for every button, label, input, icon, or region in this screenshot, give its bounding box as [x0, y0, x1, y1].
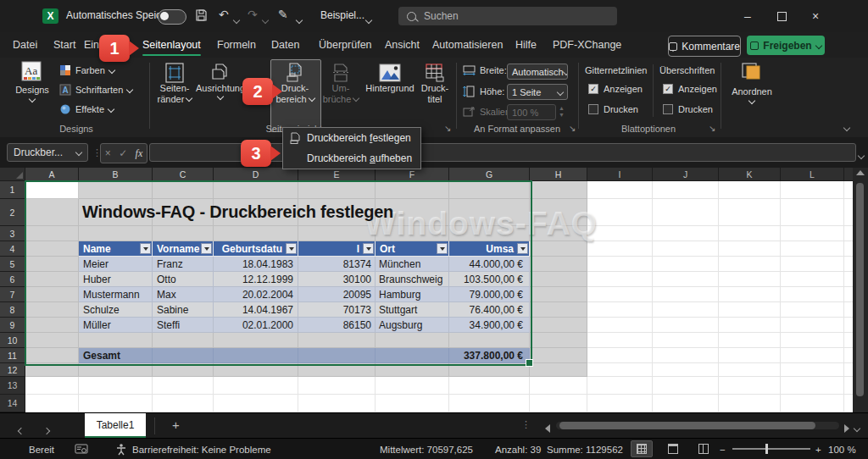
- cell-B1[interactable]: [79, 181, 153, 199]
- arrange-button[interactable]: Anordnen: [727, 61, 776, 103]
- column-header-I[interactable]: I: [587, 168, 653, 181]
- cell-I8[interactable]: [587, 302, 653, 318]
- cell-I6[interactable]: [587, 272, 653, 287]
- cell-J6[interactable]: [653, 272, 719, 287]
- prev-sheet-icon[interactable]: [19, 423, 24, 439]
- cell-A3[interactable]: [25, 226, 79, 241]
- cell-I10[interactable]: [587, 333, 653, 348]
- cell-I12[interactable]: [587, 363, 653, 377]
- column-header-L[interactable]: L: [781, 168, 844, 181]
- filter-dropdown-icon[interactable]: [517, 243, 528, 254]
- splitter-dots[interactable]: ⋮: [521, 419, 531, 430]
- next-sheet-icon[interactable]: [44, 423, 49, 439]
- cell-K5[interactable]: [719, 257, 781, 272]
- cell-F6[interactable]: Braunschweig: [376, 272, 449, 287]
- cell-H12[interactable]: [530, 363, 587, 377]
- cell-E9[interactable]: 86150: [298, 318, 376, 333]
- cell-B3[interactable]: [79, 226, 153, 241]
- theme-colors-button[interactable]: Farben: [59, 64, 114, 76]
- cell-D13[interactable]: [214, 377, 298, 395]
- column-header-D[interactable]: D: [214, 168, 298, 181]
- cell-C8[interactable]: Sabine: [153, 302, 214, 318]
- cell-B8[interactable]: Schulze: [79, 302, 153, 318]
- row-header-10[interactable]: 10: [0, 333, 25, 348]
- add-sheet-button[interactable]: +: [172, 418, 180, 432]
- themes-button[interactable]: Aa Designs: [10, 61, 54, 102]
- column-header-E[interactable]: E: [298, 168, 376, 181]
- column-header-J[interactable]: J: [653, 168, 719, 181]
- cell-F12[interactable]: [376, 363, 449, 377]
- cell-I9[interactable]: [587, 318, 653, 333]
- cell-A5[interactable]: [25, 257, 79, 272]
- cell-L3[interactable]: [781, 226, 844, 241]
- cell-L13[interactable]: [781, 377, 844, 395]
- sheet-options-dialog-launcher[interactable]: ↘: [709, 124, 715, 133]
- cell-C6[interactable]: Otto: [153, 272, 214, 287]
- cell-J9[interactable]: [653, 318, 719, 333]
- cell-G1[interactable]: [449, 181, 530, 199]
- cell-C14[interactable]: [153, 395, 214, 412]
- name-box[interactable]: Druckber...: [7, 143, 88, 162]
- fit-height-select[interactable]: 1 Seite: [507, 84, 568, 100]
- cell-F8[interactable]: Stuttgart: [376, 302, 449, 318]
- cell-F1[interactable]: [376, 181, 449, 199]
- cell-A8[interactable]: [25, 302, 79, 318]
- cell-L9[interactable]: [781, 318, 844, 333]
- cell-K12[interactable]: [719, 363, 781, 377]
- cell-J2[interactable]: [653, 199, 719, 226]
- insert-function-icon[interactable]: fx: [136, 147, 143, 160]
- cell-D11[interactable]: [214, 348, 298, 363]
- search-box[interactable]: Suchen: [398, 7, 617, 25]
- cell-D7[interactable]: 20.02.2004: [214, 287, 298, 302]
- share-button[interactable]: Freigeben: [747, 36, 825, 55]
- cell-E10[interactable]: [298, 333, 376, 348]
- scroll-left-icon[interactable]: [541, 421, 550, 436]
- cell-H8[interactable]: [530, 302, 587, 318]
- cell-I5[interactable]: [587, 257, 653, 272]
- cell-F10[interactable]: [376, 333, 449, 348]
- cell-L2[interactable]: [781, 199, 844, 226]
- cell-C10[interactable]: [153, 333, 214, 348]
- cell-H5[interactable]: [530, 257, 587, 272]
- cell-E8[interactable]: 70173: [298, 302, 376, 318]
- row-header-8[interactable]: 8: [0, 302, 25, 318]
- cell-C11[interactable]: [153, 348, 214, 363]
- zoom-level[interactable]: 100 %: [828, 439, 856, 459]
- headings-view-checkbox[interactable]: ✓ Anzeigen: [663, 84, 717, 94]
- cell-C12[interactable]: [153, 363, 214, 377]
- save-icon[interactable]: [195, 8, 208, 22]
- cell-B14[interactable]: [79, 395, 153, 412]
- cell-D14[interactable]: [214, 395, 298, 412]
- scroll-up-icon[interactable]: [856, 170, 865, 175]
- cell-J4[interactable]: [653, 241, 719, 257]
- doc-title-dropdown-icon[interactable]: [366, 13, 371, 28]
- ribbon-tab-seitenlayout[interactable]: Seitenlayout: [142, 32, 201, 58]
- undo-icon[interactable]: ↶: [219, 8, 229, 21]
- cell-L1[interactable]: [781, 181, 844, 199]
- cell-D5[interactable]: 18.04.1983: [214, 257, 298, 272]
- row-header-4[interactable]: 4: [0, 241, 25, 257]
- ribbon-tab-hilfe[interactable]: Hilfe: [515, 32, 537, 58]
- cell-C9[interactable]: Steffi: [153, 318, 214, 333]
- cell-G10[interactable]: [449, 333, 530, 348]
- column-header-H[interactable]: H: [530, 168, 587, 181]
- cell-A11[interactable]: [25, 348, 79, 363]
- cell-G11[interactable]: 337.800,00 €: [449, 348, 530, 363]
- cell-A14[interactable]: [25, 395, 79, 412]
- cell-J7[interactable]: [653, 287, 719, 302]
- cell-A6[interactable]: [25, 272, 79, 287]
- cell-D6[interactable]: 12.12.1999: [214, 272, 298, 287]
- cell-F11[interactable]: [376, 348, 449, 363]
- ribbon-tab-datei[interactable]: Datei: [13, 32, 37, 58]
- cell-H13[interactable]: [530, 377, 587, 395]
- cell-E5[interactable]: 81374: [298, 257, 376, 272]
- cell-C5[interactable]: Franz: [153, 257, 214, 272]
- zoom-slider-track[interactable]: [732, 448, 810, 450]
- cell-K1[interactable]: [719, 181, 781, 199]
- horizontal-scrollbar-thumb[interactable]: [559, 422, 815, 429]
- cell-H6[interactable]: [530, 272, 587, 287]
- ribbon-tab--berpr-fen[interactable]: Überprüfen: [319, 32, 372, 58]
- cell-B10[interactable]: [79, 333, 153, 348]
- normal-view-button[interactable]: [631, 440, 653, 457]
- scroll-right-icon[interactable]: [844, 421, 854, 436]
